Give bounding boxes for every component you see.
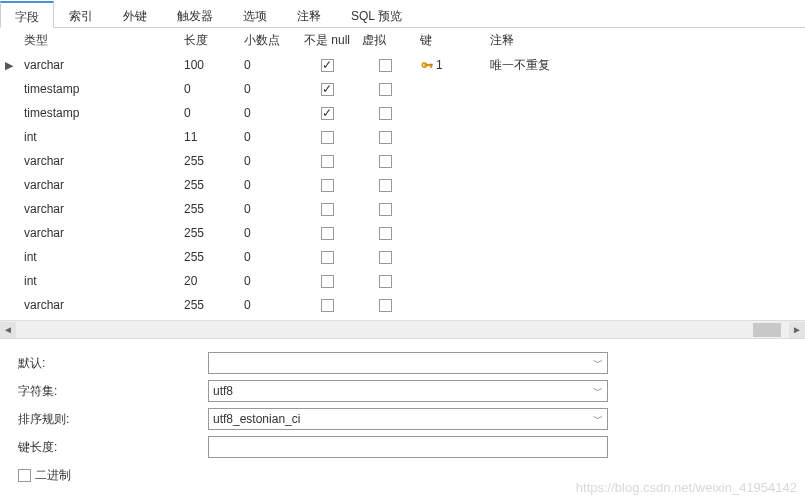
cell-notnull[interactable] bbox=[298, 197, 356, 221]
header-notnull[interactable]: 不是 null bbox=[298, 28, 356, 53]
virtual-checkbox[interactable] bbox=[379, 251, 392, 264]
scroll-right-arrow[interactable]: ► bbox=[789, 322, 805, 338]
virtual-checkbox[interactable] bbox=[379, 83, 392, 96]
cell-comment[interactable] bbox=[484, 221, 805, 245]
cell-key[interactable]: 1 bbox=[414, 53, 484, 77]
cell-comment[interactable] bbox=[484, 173, 805, 197]
cell-decimals[interactable]: 0 bbox=[238, 221, 298, 245]
notnull-checkbox[interactable] bbox=[321, 179, 334, 192]
cell-type[interactable]: int bbox=[18, 125, 178, 149]
cell-key[interactable] bbox=[414, 269, 484, 293]
virtual-checkbox[interactable] bbox=[379, 107, 392, 120]
cell-type[interactable]: int bbox=[18, 269, 178, 293]
cell-type[interactable]: timestamp bbox=[18, 101, 178, 125]
cell-notnull[interactable] bbox=[298, 173, 356, 197]
cell-comment[interactable]: 唯一不重复 bbox=[484, 53, 805, 77]
virtual-checkbox[interactable] bbox=[379, 203, 392, 216]
virtual-checkbox[interactable] bbox=[379, 155, 392, 168]
cell-virtual[interactable] bbox=[356, 125, 414, 149]
cell-notnull[interactable] bbox=[298, 269, 356, 293]
table-row[interactable]: int2550 bbox=[0, 245, 805, 269]
tab-fk[interactable]: 外键 bbox=[108, 1, 162, 28]
cell-key[interactable] bbox=[414, 197, 484, 221]
cell-notnull[interactable] bbox=[298, 293, 356, 317]
cell-comment[interactable] bbox=[484, 101, 805, 125]
cell-comment[interactable] bbox=[484, 245, 805, 269]
cell-virtual[interactable] bbox=[356, 221, 414, 245]
cell-length[interactable]: 11 bbox=[178, 125, 238, 149]
binary-checkbox[interactable] bbox=[18, 469, 31, 482]
cell-type[interactable]: varchar bbox=[18, 293, 178, 317]
table-row[interactable]: timestamp00 bbox=[0, 101, 805, 125]
cell-type[interactable]: int bbox=[18, 245, 178, 269]
cell-length[interactable]: 255 bbox=[178, 245, 238, 269]
cell-virtual[interactable] bbox=[356, 77, 414, 101]
cell-decimals[interactable]: 0 bbox=[238, 173, 298, 197]
tab-comment[interactable]: 注释 bbox=[282, 1, 336, 28]
tab-sqlpreview[interactable]: SQL 预览 bbox=[336, 1, 417, 28]
cell-virtual[interactable] bbox=[356, 197, 414, 221]
cell-length[interactable]: 20 bbox=[178, 269, 238, 293]
cell-virtual[interactable] bbox=[356, 293, 414, 317]
notnull-checkbox[interactable] bbox=[321, 299, 334, 312]
cell-length[interactable]: 255 bbox=[178, 197, 238, 221]
cell-decimals[interactable]: 0 bbox=[238, 125, 298, 149]
header-key[interactable]: 键 bbox=[414, 28, 484, 53]
table-row[interactable]: varchar2550 bbox=[0, 197, 805, 221]
collation-combobox[interactable]: utf8_estonian_ci ﹀ bbox=[208, 408, 608, 430]
cell-virtual[interactable] bbox=[356, 245, 414, 269]
table-row[interactable]: int110 bbox=[0, 125, 805, 149]
notnull-checkbox[interactable] bbox=[321, 59, 334, 72]
tab-triggers[interactable]: 触发器 bbox=[162, 1, 228, 28]
cell-type[interactable]: timestamp bbox=[18, 77, 178, 101]
table-row[interactable]: varchar2550 bbox=[0, 149, 805, 173]
default-combobox[interactable]: ﹀ bbox=[208, 352, 608, 374]
cell-decimals[interactable]: 0 bbox=[238, 149, 298, 173]
cell-decimals[interactable]: 0 bbox=[238, 269, 298, 293]
tab-indexes[interactable]: 索引 bbox=[54, 1, 108, 28]
cell-virtual[interactable] bbox=[356, 101, 414, 125]
tab-fields[interactable]: 字段 bbox=[0, 1, 54, 28]
cell-key[interactable] bbox=[414, 77, 484, 101]
cell-key[interactable] bbox=[414, 101, 484, 125]
tab-options[interactable]: 选项 bbox=[228, 1, 282, 28]
table-row[interactable]: varchar2550 bbox=[0, 173, 805, 197]
cell-type[interactable]: varchar bbox=[18, 197, 178, 221]
cell-type[interactable]: varchar bbox=[18, 53, 178, 77]
table-row[interactable]: ▶varchar10001唯一不重复 bbox=[0, 53, 805, 77]
header-comment[interactable]: 注释 bbox=[484, 28, 805, 53]
cell-type[interactable]: varchar bbox=[18, 149, 178, 173]
notnull-checkbox[interactable] bbox=[321, 203, 334, 216]
notnull-checkbox[interactable] bbox=[321, 227, 334, 240]
notnull-checkbox[interactable] bbox=[321, 251, 334, 264]
cell-type[interactable]: varchar bbox=[18, 173, 178, 197]
cell-comment[interactable] bbox=[484, 77, 805, 101]
virtual-checkbox[interactable] bbox=[379, 179, 392, 192]
cell-decimals[interactable]: 0 bbox=[238, 77, 298, 101]
cell-length[interactable]: 255 bbox=[178, 149, 238, 173]
cell-type[interactable]: varchar bbox=[18, 221, 178, 245]
cell-notnull[interactable] bbox=[298, 77, 356, 101]
cell-comment[interactable] bbox=[484, 197, 805, 221]
virtual-checkbox[interactable] bbox=[379, 275, 392, 288]
scroll-left-arrow[interactable]: ◄ bbox=[0, 322, 16, 338]
cell-key[interactable] bbox=[414, 125, 484, 149]
cell-notnull[interactable] bbox=[298, 245, 356, 269]
cell-key[interactable] bbox=[414, 221, 484, 245]
header-type[interactable]: 类型 bbox=[18, 28, 178, 53]
header-virtual[interactable]: 虚拟 bbox=[356, 28, 414, 53]
notnull-checkbox[interactable] bbox=[321, 83, 334, 96]
notnull-checkbox[interactable] bbox=[321, 275, 334, 288]
cell-decimals[interactable]: 0 bbox=[238, 197, 298, 221]
charset-combobox[interactable]: utf8 ﹀ bbox=[208, 380, 608, 402]
cell-comment[interactable] bbox=[484, 293, 805, 317]
table-row[interactable]: timestamp00 bbox=[0, 77, 805, 101]
cell-length[interactable]: 100 bbox=[178, 53, 238, 77]
cell-decimals[interactable]: 0 bbox=[238, 53, 298, 77]
notnull-checkbox[interactable] bbox=[321, 131, 334, 144]
virtual-checkbox[interactable] bbox=[379, 59, 392, 72]
virtual-checkbox[interactable] bbox=[379, 299, 392, 312]
header-length[interactable]: 长度 bbox=[178, 28, 238, 53]
table-row[interactable]: varchar2550 bbox=[0, 221, 805, 245]
notnull-checkbox[interactable] bbox=[321, 107, 334, 120]
